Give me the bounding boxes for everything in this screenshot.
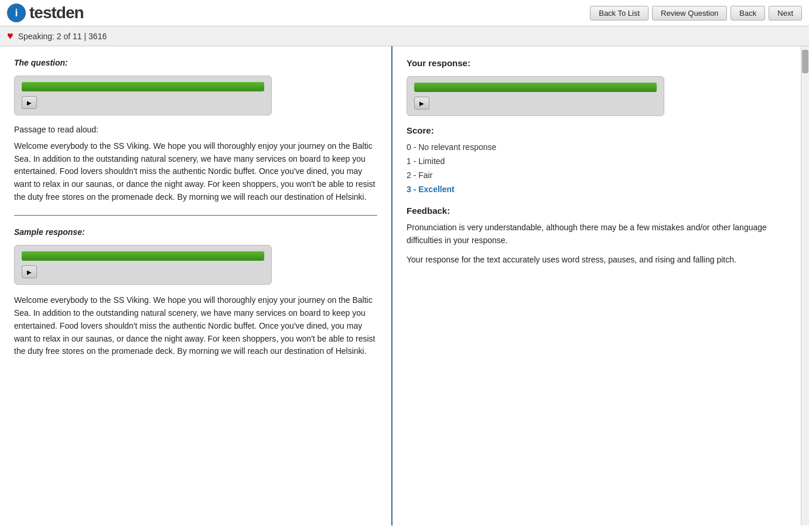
sample-audio-progress <box>22 251 264 261</box>
logo-text: testden <box>29 4 84 22</box>
question-title: The question: <box>14 58 377 67</box>
passage-text: Welcome everybody to the SS Viking. We h… <box>14 140 377 203</box>
sample-audio-controls: ▶ <box>22 265 264 278</box>
play-icon-response: ▶ <box>419 100 424 107</box>
response-audio-progress <box>414 83 657 92</box>
heart-icon: ♥ <box>7 30 13 42</box>
score-title: Score: <box>407 125 795 135</box>
subheader: ♥ Speaking: 2 of 11 | 3616 <box>0 26 809 46</box>
passage-label: Passage to read aloud: <box>14 125 377 134</box>
score-1: 1 - Limited <box>407 156 795 166</box>
header-buttons: Back To List Review Question Back Next <box>590 6 802 21</box>
question-audio-progress <box>22 82 264 91</box>
sample-text: Welcome everybody to the SS Viking. We h… <box>14 294 377 357</box>
response-play-button[interactable]: ▶ <box>414 97 429 110</box>
sample-title: Sample response: <box>14 227 377 237</box>
response-audio-player: ▶ <box>407 76 664 116</box>
scrollbar-thumb[interactable] <box>802 50 808 73</box>
logo: i testden <box>7 4 84 22</box>
play-icon-sample: ▶ <box>27 269 32 275</box>
question-audio-controls: ▶ <box>22 96 264 109</box>
section-divider <box>14 215 377 216</box>
subheader-text: Speaking: 2 of 11 | 3616 <box>18 32 107 41</box>
logo-icon: i <box>7 4 26 22</box>
back-to-list-button[interactable]: Back To List <box>590 6 648 21</box>
header: i testden Back To List Review Question B… <box>0 0 809 26</box>
score-3: 3 - Excellent <box>407 185 795 194</box>
right-panel: Your response: ▶ Score: 0 - No relevant … <box>392 46 809 526</box>
back-button[interactable]: Back <box>731 6 765 21</box>
next-button[interactable]: Next <box>769 6 802 21</box>
main-content: The question: ▶ Passage to read aloud: W… <box>0 46 809 526</box>
response-audio-controls: ▶ <box>414 97 657 110</box>
play-icon: ▶ <box>27 100 32 106</box>
feedback-text-1: Pronunciation is very understandable, al… <box>407 221 795 247</box>
feedback-title: Feedback: <box>407 206 795 216</box>
sample-audio-player: ▶ <box>14 245 272 285</box>
review-question-button[interactable]: Review Question <box>652 6 727 21</box>
score-0: 0 - No relevant response <box>407 142 795 152</box>
left-panel: The question: ▶ Passage to read aloud: W… <box>0 46 392 526</box>
sample-play-button[interactable]: ▶ <box>22 265 37 278</box>
question-audio-player: ▶ <box>14 76 272 115</box>
your-response-title: Your response: <box>407 58 795 68</box>
feedback-text-2: Your response for the text accurately us… <box>407 254 795 267</box>
question-play-button[interactable]: ▶ <box>22 96 37 109</box>
scrollbar[interactable] <box>801 46 809 526</box>
score-2: 2 - Fair <box>407 170 795 180</box>
